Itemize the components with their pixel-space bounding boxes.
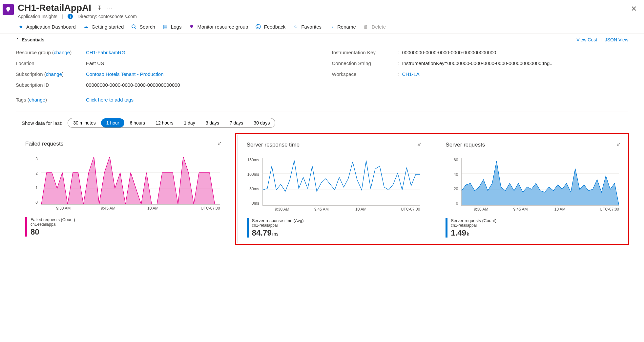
subtitle-type: Application Insights [18, 14, 57, 19]
time-pill-7-days[interactable]: 7 days [224, 118, 248, 127]
more-button[interactable]: ⋯ [107, 4, 113, 11]
essentials-value-link[interactable]: Contoso Hotels Tenant - Production [86, 71, 164, 77]
chart-card-failed-requests[interactable]: Failed requests32109:30 AM9:45 AM10 AMUT… [16, 134, 228, 244]
chart-legend: Server requests (Count)ch1-retailappai1.… [446, 218, 620, 238]
essentials-row: Connection String:InstrumentationKey=000… [332, 58, 629, 69]
svg-point-4 [259, 26, 259, 26]
essentials-row: Instrumentation Key:00000000-0000-0000-0… [332, 47, 629, 58]
pin-icon[interactable] [414, 141, 423, 149]
essentials-row: Workspace:CH1-LA [332, 69, 629, 80]
pin-button[interactable] [96, 5, 102, 11]
chart-title: Server response time [247, 142, 300, 148]
chart-title: Server requests [446, 142, 485, 148]
essentials-tags-row: Tags (change) : Click here to add tags [16, 94, 312, 105]
close-button[interactable]: ✕ [626, 3, 641, 15]
change-link[interactable]: change [54, 50, 70, 55]
info-icon[interactable]: i [68, 14, 73, 19]
json-view-link[interactable]: JSON View [605, 37, 628, 42]
chart-card-server-requests[interactable]: Server requests60402009:30 AM9:45 AM10 A… [436, 135, 627, 243]
view-cost-link[interactable]: View Cost [576, 37, 597, 42]
time-filter-label: Show data for last: [22, 120, 62, 126]
time-pill-12-hours[interactable]: 12 hours [150, 118, 178, 127]
time-pill-3-days[interactable]: 3 days [200, 118, 224, 127]
chart-legend: Server response time (Avg)ch1-retailappa… [247, 218, 422, 238]
delete-button: 🗑Delete [363, 24, 386, 30]
favorites-button[interactable]: ☆Favorites [293, 24, 322, 30]
essentials-value-link[interactable]: CH1-FabrikamRG [86, 50, 125, 55]
essentials-toggle[interactable]: ⌃ Essentials [16, 37, 44, 42]
essentials-row: Subscription ID:00000000-0000-0000-0000-… [16, 80, 312, 90]
essentials-row: Resource group (change):CH1-FabrikamRG [16, 47, 312, 58]
chart-card-server-response-time[interactable]: Server response time150ms100ms50ms0ms9:3… [237, 135, 428, 243]
search-button[interactable]: Search [131, 24, 155, 30]
time-pill-1-hour[interactable]: 1 hour [101, 118, 125, 127]
logs-button[interactable]: ▤Logs [162, 24, 182, 30]
essentials-row: Subscription (change):Contoso Hotels Ten… [16, 69, 312, 80]
tags-change-link[interactable]: change [29, 97, 45, 103]
directory-label: Directory: contosohotels.com [77, 14, 137, 19]
time-filter-pills: 30 minutes1 hour6 hours12 hours1 day3 da… [68, 118, 275, 128]
feedback-button[interactable]: Feedback [255, 24, 285, 30]
chart-legend: Failed requests (Count)ch1-retailappai80 [25, 217, 221, 237]
time-pill-30-minutes[interactable]: 30 minutes [68, 118, 101, 127]
chart-title: Failed requests [25, 141, 63, 147]
svg-point-1 [132, 25, 135, 28]
pin-icon[interactable] [613, 141, 622, 149]
time-pill-30-days[interactable]: 30 days [248, 118, 275, 127]
svg-point-3 [257, 26, 258, 26]
change-link[interactable]: change [46, 71, 62, 77]
time-pill-1-day[interactable]: 1 day [179, 118, 200, 127]
add-tags-link[interactable]: Click here to add tags [86, 97, 134, 103]
highlighted-charts: Server response time150ms100ms50ms0ms9:3… [235, 133, 629, 245]
essentials-value-link[interactable]: CH1-LA [402, 71, 420, 77]
svg-point-2 [256, 24, 260, 29]
pin-icon[interactable] [215, 140, 223, 148]
time-pill-6-hours[interactable]: 6 hours [124, 118, 150, 127]
chevron-up-icon: ⌃ [16, 37, 19, 42]
svg-rect-0 [8, 12, 9, 12]
getting-started-button[interactable]: ☁Getting started [83, 24, 124, 30]
application-dashboard-button[interactable]: ★Application Dashboard [18, 24, 76, 30]
essentials-row: Location:East US [16, 58, 312, 69]
rename-button[interactable]: →Rename [329, 24, 356, 30]
page-title: CH1-RetailAppAI ⋯ [18, 3, 626, 13]
toolbar: ★Application Dashboard ☁Getting started … [0, 19, 644, 34]
app-insights-icon [3, 4, 14, 15]
essentials-grid: Resource group (change):CH1-FabrikamRGLo… [0, 45, 644, 94]
monitor-resource-group-button[interactable]: Monitor resource group [189, 24, 248, 30]
